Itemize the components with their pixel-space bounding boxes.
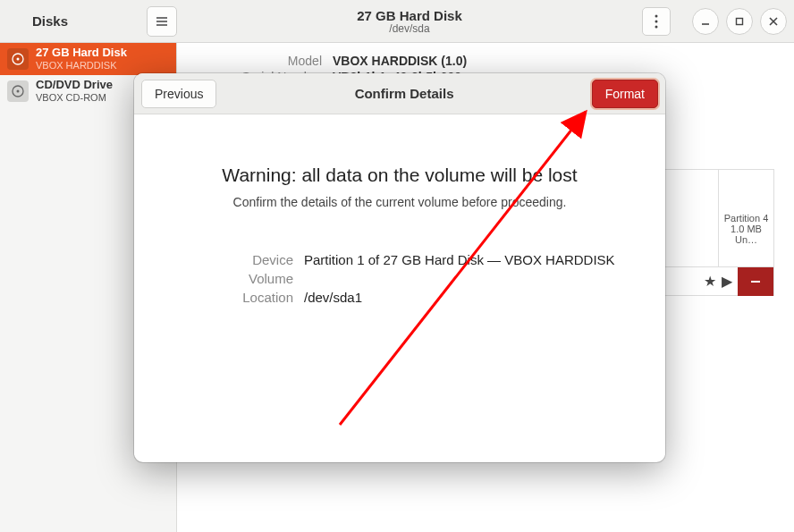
minimize-button[interactable] <box>692 8 719 35</box>
hard-disk-icon <box>7 48 29 70</box>
partition-title: Partition 4 <box>719 213 773 224</box>
cd-dvd-icon <box>7 80 29 102</box>
partition-subtitle: 1.0 MB Un… <box>719 224 773 245</box>
delete-partition-button[interactable] <box>738 267 773 296</box>
confirm-label-device: Device <box>170 252 304 267</box>
header-right <box>642 7 789 36</box>
svg-point-2 <box>655 25 658 28</box>
detail-value-model: VBOX HARDDISK (1.0) <box>333 54 467 68</box>
disk-menu-button[interactable] <box>642 7 671 36</box>
warning-heading: Warning: all data on the volume will be … <box>170 165 629 186</box>
play-icon[interactable]: ▶ <box>722 273 732 290</box>
confirm-label-volume: Volume <box>170 271 304 286</box>
sidebar-item-title: CD/DVD Drive <box>36 79 113 92</box>
confirm-value-location: /dev/sda1 <box>304 290 362 305</box>
app-title: Disks <box>32 13 68 29</box>
disk-path: /dev/sda <box>177 22 642 35</box>
header-bar: Disks 27 GB Hard Disk /dev/sda <box>0 0 794 43</box>
minus-icon <box>749 275 762 288</box>
close-button[interactable] <box>760 8 787 35</box>
sidebar-item-subtitle: VBOX CD-ROM <box>36 92 113 104</box>
dialog-body: Warning: all data on the volume will be … <box>134 114 665 334</box>
hamburger-icon <box>155 14 169 29</box>
dialog-header: Previous Confirm Details Format <box>134 73 665 114</box>
confirm-dialog: Previous Confirm Details Format Warning:… <box>134 73 665 462</box>
previous-button[interactable]: Previous <box>141 80 216 108</box>
sidebar-item-title: 27 GB Hard Disk <box>36 46 127 60</box>
minimize-icon <box>700 16 711 27</box>
confirm-label-location: Location <box>170 290 304 305</box>
warning-subtitle: Confirm the details of the current volum… <box>170 195 629 209</box>
confirm-row: Volume <box>170 271 629 286</box>
disk-title: 27 GB Hard Disk <box>177 8 642 23</box>
sidebar-item-hard-disk[interactable]: 27 GB Hard Disk VBOX HARDDISK <box>0 43 176 75</box>
format-button[interactable]: Format <box>592 80 658 108</box>
svg-rect-3 <box>737 18 743 24</box>
svg-point-5 <box>17 58 20 61</box>
format-label: Format <box>605 87 645 101</box>
maximize-button[interactable] <box>726 8 753 35</box>
svg-point-1 <box>655 20 658 22</box>
confirm-row: Location /dev/sda1 <box>170 290 629 305</box>
hamburger-button[interactable] <box>147 6 177 37</box>
partition-cell-4[interactable]: Partition 4 1.0 MB Un… <box>718 170 773 266</box>
previous-label: Previous <box>155 87 203 101</box>
header-left: Disks <box>5 6 177 37</box>
confirm-value-device: Partition 1 of 27 GB Hard Disk — VBOX HA… <box>304 252 615 267</box>
maximize-icon <box>735 17 744 26</box>
detail-row: Model VBOX HARDDISK (1.0) <box>197 54 774 68</box>
close-icon <box>768 16 779 27</box>
svg-point-0 <box>655 14 658 17</box>
star-icon[interactable]: ★ <box>704 273 716 290</box>
confirm-row: Device Partition 1 of 27 GB Hard Disk — … <box>170 252 629 267</box>
dialog-title: Confirm Details <box>216 86 591 101</box>
svg-point-7 <box>17 90 20 93</box>
kebab-icon <box>655 14 658 29</box>
sidebar-item-subtitle: VBOX HARDDISK <box>36 60 127 72</box>
detail-label-model: Model <box>197 54 322 68</box>
header-center: 27 GB Hard Disk /dev/sda <box>177 8 642 35</box>
